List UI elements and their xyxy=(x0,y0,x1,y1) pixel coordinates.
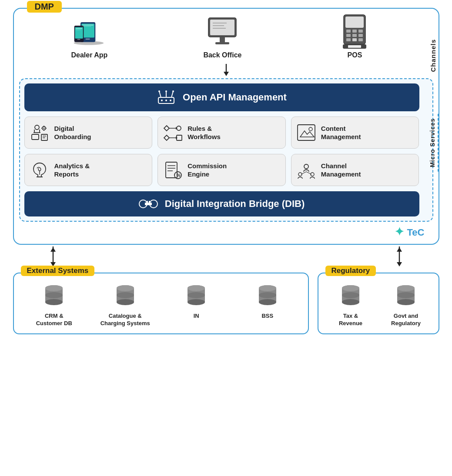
svg-rect-54 xyxy=(41,134,47,140)
svg-rect-9 xyxy=(82,25,94,26)
svg-rect-30 xyxy=(348,45,361,48)
svg-marker-91 xyxy=(50,247,56,252)
catalogue-label: Catalogue &Charging Systems xyxy=(100,313,150,327)
bss-label: BSS xyxy=(261,313,273,320)
arrow-to-external xyxy=(48,246,58,268)
channel-back-office: Back Office xyxy=(203,17,241,59)
svg-line-37 xyxy=(159,91,161,97)
service-commission-engine: % CommissionEngine xyxy=(157,154,286,186)
external-systems-label: External Systems xyxy=(21,266,95,276)
tax-db-icon xyxy=(339,284,362,309)
svg-rect-23 xyxy=(346,34,351,37)
external-systems-box: External Systems CRM &Customer DB xyxy=(13,273,309,334)
digital-onboarding-text: DigitalOnboarding xyxy=(54,124,91,141)
svg-rect-7 xyxy=(76,28,83,29)
svg-point-49 xyxy=(43,128,44,129)
bottom-item-in: IN xyxy=(162,284,231,320)
bottom-item-crm: CRM &Customer DB xyxy=(20,284,89,327)
svg-marker-85 xyxy=(153,203,155,205)
svg-marker-32 xyxy=(224,72,229,76)
svg-rect-25 xyxy=(358,34,363,37)
svg-point-102 xyxy=(117,299,134,305)
svg-point-117 xyxy=(342,299,359,305)
main-container: DMP xyxy=(13,8,439,469)
router-icon xyxy=(157,90,176,105)
svg-point-67 xyxy=(309,127,312,131)
svg-line-39 xyxy=(171,91,173,97)
svg-text:%: % xyxy=(177,173,181,178)
tec-logo: ✦ TeC xyxy=(19,222,433,239)
svg-rect-83 xyxy=(145,203,152,205)
regulatory-items: Tax &Revenue Govt andRegulatory xyxy=(325,284,432,327)
back-office-icon xyxy=(205,17,240,48)
svg-point-114 xyxy=(259,285,276,291)
svg-point-104 xyxy=(117,285,134,291)
svg-point-76 xyxy=(304,164,308,169)
svg-rect-13 xyxy=(220,37,225,43)
catalogue-db-icon xyxy=(114,284,137,309)
service-analytics-reports: Analytics &Reports xyxy=(24,154,153,186)
analytics-reports-text: Analytics &Reports xyxy=(54,162,90,179)
svg-point-119 xyxy=(342,285,359,291)
micro-services-box: Micro Services Open API Manag xyxy=(19,78,433,222)
service-digital-onboarding: DigitalOnboarding xyxy=(24,117,153,149)
crm-label: CRM &Customer DB xyxy=(36,313,72,327)
channel-management-text: ChannelManagement xyxy=(321,162,361,179)
svg-rect-24 xyxy=(352,34,357,37)
svg-point-103 xyxy=(117,292,134,298)
service-channel-management: ChannelManagement xyxy=(291,154,419,186)
svg-rect-6 xyxy=(77,39,80,40)
svg-marker-66 xyxy=(300,131,314,137)
dib-icon xyxy=(139,197,158,210)
svg-marker-84 xyxy=(141,203,144,205)
svg-line-79 xyxy=(301,172,306,174)
regulatory-box: Regulatory Tax &Revenue xyxy=(318,273,439,334)
svg-point-118 xyxy=(342,292,359,298)
svg-point-124 xyxy=(397,285,415,291)
svg-point-123 xyxy=(397,292,415,298)
bottom-item-govt: Govt andRegulatory xyxy=(380,284,432,327)
bss-db-icon xyxy=(256,284,279,309)
channels-label: Channels xyxy=(428,35,439,77)
svg-rect-14 xyxy=(215,42,229,44)
svg-point-40 xyxy=(158,90,160,92)
svg-rect-21 xyxy=(352,30,357,33)
dealer-app-icon xyxy=(72,17,107,48)
regulatory-label: Regulatory xyxy=(325,266,376,276)
svg-rect-20 xyxy=(346,30,351,33)
bottom-item-catalogue: Catalogue &Charging Systems xyxy=(91,284,160,327)
svg-line-80 xyxy=(306,172,311,174)
external-systems-items: CRM &Customer DB Catalogue &Charging Sys… xyxy=(20,284,302,327)
channel-management-icon xyxy=(297,160,316,180)
svg-point-107 xyxy=(187,299,205,305)
arrow-to-regulatory xyxy=(394,246,405,268)
rules-workflows-icon xyxy=(163,123,182,142)
svg-rect-65 xyxy=(298,125,315,140)
tax-label: Tax &Revenue xyxy=(339,313,362,327)
channel-dealer-app: Dealer App xyxy=(71,17,108,59)
content-management-text: ContentManagement xyxy=(321,124,361,141)
analytics-reports-icon xyxy=(30,160,49,180)
services-grid: DigitalOnboarding xyxy=(24,117,419,186)
channels-row: Dealer App xyxy=(19,13,433,63)
dmp-label: DMP xyxy=(27,1,62,13)
svg-point-34 xyxy=(161,100,163,101)
govt-label: Govt andRegulatory xyxy=(391,313,421,327)
micro-services-label: Micro Services xyxy=(427,114,439,172)
in-label: IN xyxy=(194,313,199,320)
svg-rect-47 xyxy=(32,134,39,140)
svg-point-99 xyxy=(45,285,63,291)
svg-rect-12 xyxy=(210,20,234,35)
svg-rect-3 xyxy=(86,39,90,40)
svg-point-108 xyxy=(187,292,205,298)
svg-rect-19 xyxy=(345,17,364,28)
bottom-arrows xyxy=(13,246,439,268)
svg-point-36 xyxy=(170,100,171,101)
open-api-bar: Open API Management xyxy=(24,83,419,111)
in-db-icon xyxy=(185,284,208,309)
svg-point-98 xyxy=(45,292,63,298)
svg-rect-86 xyxy=(147,201,148,203)
svg-rect-22 xyxy=(358,30,363,33)
dib-bar: Digital Integration Bridge (DIB) xyxy=(24,191,419,216)
svg-point-43 xyxy=(35,125,39,130)
